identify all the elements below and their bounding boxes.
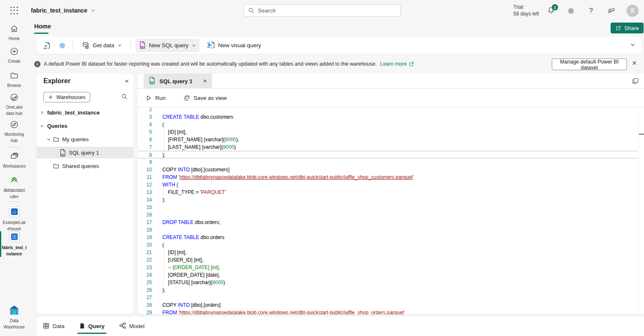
code-line[interactable]: 7 [LAST_NAME] [varchar](8000): [138, 143, 638, 151]
line-number: 12: [138, 181, 152, 188]
code-line[interactable]: 11FROM 'https://dbtlabsynapsedatalake.bl…: [138, 173, 638, 181]
query-settings-button[interactable]: [57, 40, 68, 51]
view-tab-model[interactable]: Model: [117, 316, 146, 336]
rail-item-onelake-data-hub[interactable]: OneLakedata hub: [0, 93, 28, 116]
tab-home[interactable]: Home: [34, 23, 51, 30]
folder-icon: [52, 136, 60, 143]
chevron-down-icon[interactable]: [38, 124, 45, 128]
rail-item-workspaces[interactable]: Workspaces: [0, 152, 28, 169]
view-tab-data[interactable]: Data: [41, 316, 66, 336]
collapse-explorer-button[interactable]: «: [125, 77, 129, 84]
tree-item-my-queries[interactable]: My queries: [37, 133, 134, 145]
code-line[interactable]: 3CREATE TABLE dbo.customers: [138, 113, 638, 121]
query-tab[interactable]: SQL SQL query 1 ✕: [144, 74, 212, 89]
rail-item-dbtlabsfabricdev[interactable]: dbtlabsfabricdev: [0, 176, 28, 199]
run-button[interactable]: Run: [146, 95, 166, 101]
close-tab-icon[interactable]: ✕: [203, 78, 207, 84]
line-number: 6: [138, 136, 152, 143]
code-line[interactable]: 18: [138, 226, 638, 234]
learn-more-link[interactable]: Learn more: [380, 61, 414, 67]
code-line[interactable]: 8);: [138, 151, 638, 158]
rail-item-monitoring-hub[interactable]: Monitoringhub: [0, 120, 28, 143]
notifications-button[interactable]: 2: [546, 6, 556, 16]
app-launcher-icon[interactable]: [10, 6, 18, 15]
code-line[interactable]: 19CREATE TABLE dbo.orders: [138, 234, 638, 241]
app-window: fabric_test_instance Trial: 58 days left…: [0, 0, 644, 336]
rail-item-label: Workspaces: [3, 164, 26, 169]
help-button[interactable]: ?: [586, 6, 596, 16]
code-line[interactable]: 16: [138, 211, 638, 219]
workspace-name: fabric_test_instance: [31, 7, 87, 14]
code-text: [STATUS] [varchar](8000): [162, 279, 225, 286]
line-number: 27: [138, 294, 152, 301]
code-line[interactable]: 10COPY INTO [dbo].[customers]: [138, 166, 638, 173]
code-line[interactable]: 23 -- [ORDER_DATE] [int],: [138, 264, 638, 271]
search-input[interactable]: [258, 8, 396, 14]
code-line[interactable]: 21 [ID] [int],: [138, 249, 638, 256]
manage-dataset-button[interactable]: Manage default Power BI dataset: [552, 59, 627, 70]
chevron-down-icon: [91, 8, 96, 13]
tree-item-fabric-test-instance[interactable]: fabric_test_instance: [37, 107, 134, 118]
tree-item-queries[interactable]: Queries: [37, 120, 134, 132]
feedback-button[interactable]: [606, 6, 616, 16]
code-editor[interactable]: 23CREATE TABLE dbo.customers4(5 [ID] [in…: [138, 108, 638, 314]
rail-item-browse[interactable]: Browse: [0, 71, 28, 88]
code-line[interactable]: 27: [138, 294, 638, 301]
editor-scrollbar[interactable]: [638, 108, 644, 314]
line-number: 4: [138, 121, 152, 128]
chevron-down-icon[interactable]: [45, 137, 52, 142]
rail-item-create[interactable]: Create: [0, 47, 28, 64]
code-line[interactable]: 28COPY INTO [dbo].[orders]: [138, 301, 638, 309]
code-line[interactable]: 26);: [138, 286, 638, 294]
code-line[interactable]: 20(: [138, 241, 638, 249]
get-data-button[interactable]: Get data: [78, 39, 125, 52]
code-line[interactable]: 12WITH (: [138, 181, 638, 188]
rail-item-label: Data: [10, 318, 18, 323]
code-line[interactable]: 13 FILE_TYPE = 'PARQUET': [138, 188, 638, 196]
code-line[interactable]: 5 [ID] [int],: [138, 128, 638, 136]
new-visual-query-button[interactable]: New visual query: [204, 39, 265, 51]
banner-close-icon[interactable]: ✕: [632, 60, 637, 66]
new-warehouse-button[interactable]: Warehouses: [43, 92, 90, 102]
code-line[interactable]: 15: [138, 204, 638, 211]
scrollbar-cursor-marker: [639, 134, 644, 135]
new-sql-query-button[interactable]: SQL New SQL query: [136, 39, 200, 52]
workspace-switcher[interactable]: fabric_test_instance: [31, 6, 96, 15]
code-line[interactable]: 9: [138, 158, 638, 166]
chevron-right-icon[interactable]: [38, 110, 45, 115]
rail-item-data-warehouse[interactable]: DataWarehouse: [0, 305, 28, 330]
code-line[interactable]: 6 [FIRST_NAME] [varchar](8000),: [138, 136, 638, 143]
left-nav-rail: HomeCreateBrowseOneLakedata hubMonitorin…: [0, 21, 28, 336]
get-data-label: Get data: [93, 42, 114, 48]
rail-item-examplelakehouse[interactable]: ExampleLakehouse: [0, 206, 28, 232]
code-line[interactable]: 22 [USER_ID] [int],: [138, 256, 638, 264]
rail-item-label: hub: [11, 138, 18, 143]
save-as-view-label: Save as view: [194, 95, 227, 101]
code-text: [ID] [int],: [162, 249, 187, 256]
rail-item-fabric-test-instance[interactable]: fabric_test_instance: [0, 231, 28, 257]
settings-button[interactable]: [566, 6, 576, 16]
code-text: WITH (: [162, 181, 178, 188]
new-sql-query-label: New SQL query: [149, 42, 189, 48]
code-line[interactable]: 4(: [138, 121, 638, 128]
code-line[interactable]: 14);: [138, 196, 638, 204]
toolbar-divider: [130, 41, 131, 50]
code-line[interactable]: 29FROM 'https://dbtlabsynapsedatalake.bl…: [138, 309, 638, 314]
share-button[interactable]: Share: [611, 23, 644, 33]
save-as-view-button[interactable]: Save as view: [183, 94, 227, 102]
code-line[interactable]: 25 [STATUS] [varchar](8000): [138, 279, 638, 286]
toolbar-expand-button[interactable]: [630, 42, 636, 49]
line-number: 17: [138, 219, 152, 226]
code-line[interactable]: 24 [ORDER_DATE] [date],: [138, 271, 638, 279]
copy-icon[interactable]: [631, 77, 639, 87]
avatar[interactable]: [626, 5, 639, 17]
tree-item-shared-queries[interactable]: Shared queries: [37, 160, 134, 172]
code-line[interactable]: 2: [138, 108, 638, 113]
refresh-button[interactable]: [42, 40, 53, 51]
explorer-search-icon[interactable]: [121, 93, 128, 102]
rail-item-home[interactable]: Home: [0, 24, 28, 41]
tree-item-sql-query-1[interactable]: SQLSQL query 1: [37, 147, 134, 158]
view-tab-query[interactable]: Query: [77, 316, 106, 336]
code-line[interactable]: 17DROP TABLE dbo.orders;: [138, 219, 638, 226]
create-icon: [10, 47, 19, 58]
